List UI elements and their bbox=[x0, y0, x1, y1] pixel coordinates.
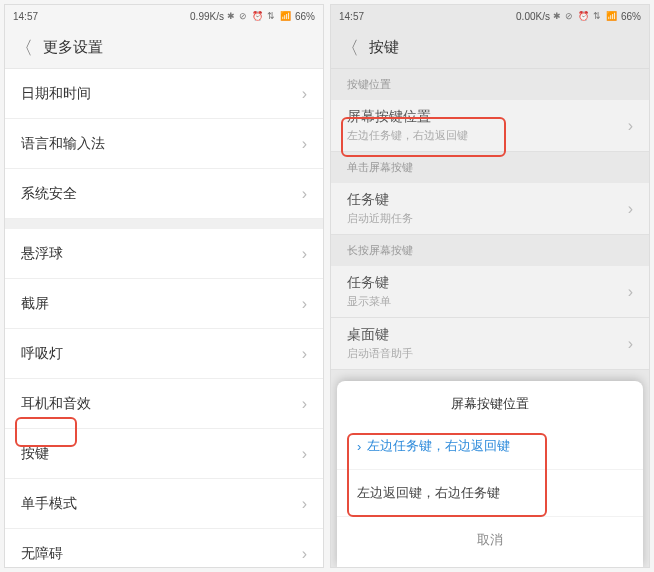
row-keys[interactable]: 按键› bbox=[5, 429, 323, 479]
section-gap bbox=[5, 219, 323, 229]
dialog-option-1[interactable]: › 左边任务键，右边返回键 bbox=[337, 423, 643, 470]
row-label: 悬浮球 bbox=[21, 245, 63, 263]
section-header-position: 按键位置 bbox=[331, 69, 649, 100]
status-speed: 0.99K/s bbox=[190, 11, 224, 22]
section-header-tap: 单击屏幕按键 bbox=[331, 152, 649, 183]
check-icon: › bbox=[357, 439, 361, 454]
row-float-ball[interactable]: 悬浮球› bbox=[5, 229, 323, 279]
row-label: 耳机和音效 bbox=[21, 395, 91, 413]
option-label: 左边返回键，右边任务键 bbox=[357, 484, 500, 502]
header-bar: 〈 更多设置 bbox=[5, 27, 323, 69]
status-bar: 14:57 0.00K/s ✱ ⊘ ⏰ ⇅ 📶 66% bbox=[331, 5, 649, 27]
dialog-title: 屏幕按键位置 bbox=[337, 381, 643, 423]
row-language-input[interactable]: 语言和输入法› bbox=[5, 119, 323, 169]
row-label: 语言和输入法 bbox=[21, 135, 105, 153]
row-title: 任务键 bbox=[347, 191, 413, 209]
chevron-right-icon: › bbox=[302, 345, 307, 363]
chevron-right-icon: › bbox=[302, 245, 307, 263]
chevron-right-icon: › bbox=[302, 185, 307, 203]
option-label: 左边任务键，右边返回键 bbox=[367, 437, 510, 455]
dialog-option-2[interactable]: 左边返回键，右边任务键 bbox=[337, 470, 643, 517]
row-headphone-audio[interactable]: 耳机和音效› bbox=[5, 379, 323, 429]
row-home-key-long[interactable]: 桌面键 启动语音助手 › bbox=[331, 318, 649, 370]
row-label: 无障碍 bbox=[21, 545, 63, 563]
chevron-right-icon: › bbox=[628, 200, 633, 218]
dialog-key-position: 屏幕按键位置 › 左边任务键，右边返回键 左边返回键，右边任务键 取消 bbox=[337, 381, 643, 567]
row-system-security[interactable]: 系统安全› bbox=[5, 169, 323, 219]
header-bar: 〈 按键 bbox=[331, 27, 649, 69]
row-title: 桌面键 bbox=[347, 326, 413, 344]
chevron-right-icon: › bbox=[302, 85, 307, 103]
status-bar: 14:57 0.99K/s ✱ ⊘ ⏰ ⇅ 📶 66% bbox=[5, 5, 323, 27]
status-battery: 66% bbox=[295, 11, 315, 22]
chevron-right-icon: › bbox=[628, 335, 633, 353]
back-icon[interactable]: 〈 bbox=[15, 36, 33, 60]
row-label: 系统安全 bbox=[21, 185, 77, 203]
chevron-right-icon: › bbox=[628, 117, 633, 135]
row-subtitle: 启动近期任务 bbox=[347, 211, 413, 226]
header-title: 更多设置 bbox=[43, 38, 103, 57]
chevron-right-icon: › bbox=[302, 135, 307, 153]
chevron-right-icon: › bbox=[628, 283, 633, 301]
chevron-right-icon: › bbox=[302, 395, 307, 413]
row-label: 单手模式 bbox=[21, 495, 77, 513]
status-time: 14:57 bbox=[339, 11, 364, 22]
row-label: 日期和时间 bbox=[21, 85, 91, 103]
section-header-longpress: 长按屏幕按键 bbox=[331, 235, 649, 266]
row-led[interactable]: 呼吸灯› bbox=[5, 329, 323, 379]
row-subtitle: 左边任务键，右边返回键 bbox=[347, 128, 468, 143]
chevron-right-icon: › bbox=[302, 445, 307, 463]
row-subtitle: 启动语音助手 bbox=[347, 346, 413, 361]
row-screen-key-position[interactable]: 屏幕按键位置 左边任务键，右边返回键 › bbox=[331, 100, 649, 152]
row-screenshot[interactable]: 截屏› bbox=[5, 279, 323, 329]
dialog-cancel-button[interactable]: 取消 bbox=[337, 517, 643, 563]
row-subtitle: 显示菜单 bbox=[347, 294, 391, 309]
status-icons: ✱ ⊘ ⏰ ⇅ 📶 bbox=[227, 11, 292, 21]
status-right-cluster: 0.00K/s ✱ ⊘ ⏰ ⇅ 📶 66% bbox=[516, 11, 641, 22]
row-task-key-long[interactable]: 任务键 显示菜单 › bbox=[331, 266, 649, 318]
row-label: 截屏 bbox=[21, 295, 49, 313]
row-accessibility[interactable]: 无障碍› bbox=[5, 529, 323, 567]
row-label: 按键 bbox=[21, 445, 49, 463]
row-onehand[interactable]: 单手模式› bbox=[5, 479, 323, 529]
phone-left: 14:57 0.99K/s ✱ ⊘ ⏰ ⇅ 📶 66% 〈 更多设置 日期和时间… bbox=[4, 4, 324, 568]
chevron-right-icon: › bbox=[302, 295, 307, 313]
row-title: 任务键 bbox=[347, 274, 391, 292]
chevron-right-icon: › bbox=[302, 495, 307, 513]
back-icon[interactable]: 〈 bbox=[341, 36, 359, 60]
status-icons: ✱ ⊘ ⏰ ⇅ 📶 bbox=[553, 11, 618, 21]
status-time: 14:57 bbox=[13, 11, 38, 22]
status-speed: 0.00K/s bbox=[516, 11, 550, 22]
phone-right: 14:57 0.00K/s ✱ ⊘ ⏰ ⇅ 📶 66% 〈 按键 按键位置 屏幕… bbox=[330, 4, 650, 568]
row-date-time[interactable]: 日期和时间› bbox=[5, 69, 323, 119]
row-task-key-tap[interactable]: 任务键 启动近期任务 › bbox=[331, 183, 649, 235]
row-title: 屏幕按键位置 bbox=[347, 108, 468, 126]
status-battery: 66% bbox=[621, 11, 641, 22]
chevron-right-icon: › bbox=[302, 545, 307, 563]
settings-list: 日期和时间› 语言和输入法› 系统安全› 悬浮球› 截屏› 呼吸灯› 耳机和音效… bbox=[5, 69, 323, 567]
status-right-cluster: 0.99K/s ✱ ⊘ ⏰ ⇅ 📶 66% bbox=[190, 11, 315, 22]
header-title: 按键 bbox=[369, 38, 399, 57]
row-label: 呼吸灯 bbox=[21, 345, 63, 363]
